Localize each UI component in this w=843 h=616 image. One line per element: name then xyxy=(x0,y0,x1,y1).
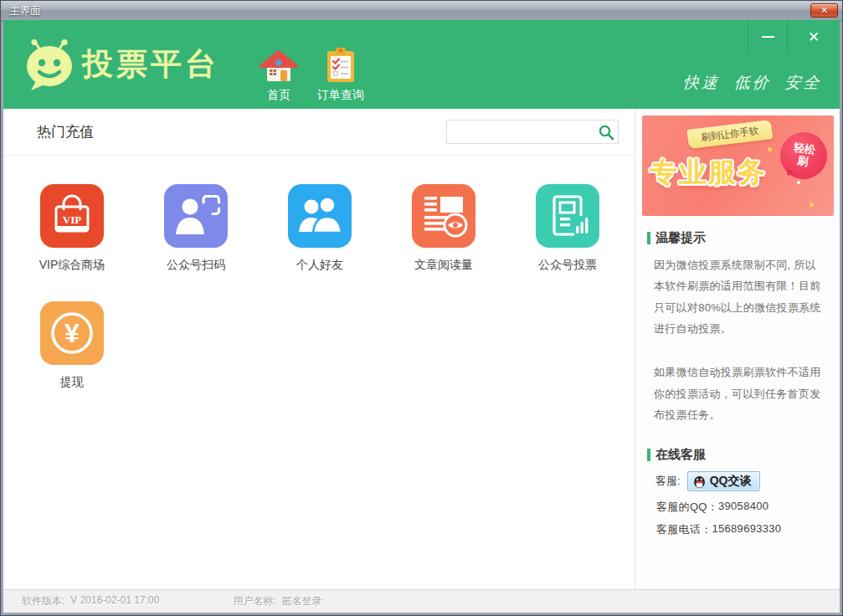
app-title: 投票平台 xyxy=(82,44,219,85)
tips-heading: 温馨提示 xyxy=(655,230,706,246)
confetti-dot xyxy=(797,181,800,184)
status-version: 软件版本: V 2016-02-01 17:00 xyxy=(22,594,159,608)
service-phone-label: 客服电话： xyxy=(656,522,712,537)
status-user: 用户名称: 匿名登录 xyxy=(233,594,321,608)
search-button[interactable] xyxy=(596,122,615,141)
service-phone-number: 15689693330 xyxy=(712,522,782,537)
app-body: 投票平台 首页 xyxy=(3,20,840,613)
user-label: 用户名称: xyxy=(233,594,275,608)
main-panel-header: 热门充值 xyxy=(3,109,635,156)
header-window-buttons: ✕ xyxy=(748,20,840,54)
minimize-button[interactable] xyxy=(748,20,787,54)
banner-badge: 轻松 刷 xyxy=(777,129,830,182)
sidebar: 刷到让你手软 专业服务 轻松 刷 温馨提示 因为微信投票系统限制不同, 所以本软… xyxy=(635,109,840,589)
search-input[interactable] xyxy=(447,121,618,143)
app-header: 投票平台 首页 xyxy=(3,20,840,109)
user-value: 匿名登录 xyxy=(282,594,322,608)
qq-penguin-icon xyxy=(692,475,707,489)
window-title: 主界面 xyxy=(9,4,41,18)
confetti-dot xyxy=(810,203,814,207)
tile-official-account-scan[interactable]: 公众号扫码 xyxy=(134,184,258,273)
withdraw-yen-icon: ¥ xyxy=(40,301,104,365)
nav-item-home[interactable]: 首页 xyxy=(248,49,310,109)
svg-text:VIP: VIP xyxy=(63,213,81,226)
agent-row: 客服: QQ交谈 xyxy=(655,471,834,491)
main-panel: 热门充值 xyxy=(3,109,635,589)
home-icon xyxy=(260,49,298,84)
service-heading-row: 在线客服 xyxy=(647,447,829,463)
tips-paragraph-2: 如果微信自动投票刷票软件不适用你的投票活动，可以到任务首页发布投票任务。 xyxy=(654,362,827,425)
nav-item-orders[interactable]: 订单查询 xyxy=(310,47,372,109)
tile-article-views[interactable]: 文章阅读量 xyxy=(382,184,506,273)
tile-vip-mall[interactable]: VIP VIP综合商场 xyxy=(10,184,134,273)
two-friends-icon xyxy=(288,184,352,248)
svg-text:¥: ¥ xyxy=(64,318,80,348)
close-button[interactable]: ✕ xyxy=(788,20,840,54)
banner-title: 专业服务 xyxy=(650,154,767,192)
content-area: 热门充值 xyxy=(3,109,840,589)
version-label: 软件版本: xyxy=(22,594,64,608)
tile-withdraw[interactable]: ¥ 提现 xyxy=(10,301,134,390)
section-title: 热门充值 xyxy=(37,122,94,141)
tile-label: 公众号投票 xyxy=(538,258,597,273)
promo-banner[interactable]: 刷到让你手软 专业服务 轻松 刷 xyxy=(642,116,834,216)
tile-grid: VIP VIP综合商场 xyxy=(3,156,635,418)
service-qq-number: 39058400 xyxy=(718,500,768,515)
confetti-dot xyxy=(768,147,772,151)
person-scan-code-icon xyxy=(164,184,228,248)
green-bar-mark xyxy=(647,449,650,461)
tips-heading-row: 温馨提示 xyxy=(647,230,829,246)
tile-label: 公众号扫码 xyxy=(167,258,225,273)
nav-orders-label: 订单查询 xyxy=(317,88,364,103)
tile-label: VIP综合商场 xyxy=(39,258,105,273)
version-value: V 2016-02-01 17:00 xyxy=(70,594,159,608)
tile-label: 个人好友 xyxy=(296,258,343,273)
service-phone-row: 客服电话： 15689693330 xyxy=(656,522,834,537)
window-frame: 主界面 ✕ 投票平台 xyxy=(0,0,843,616)
qq-chat-button[interactable]: QQ交谈 xyxy=(687,471,761,491)
vip-shopping-bag-icon: VIP xyxy=(40,184,104,248)
banner-badge-line2: 刷 xyxy=(796,155,809,169)
agent-label: 客服: xyxy=(655,474,681,489)
robot-chat-logo-icon xyxy=(25,38,74,90)
main-nav: 首页 订单查询 xyxy=(248,20,372,109)
os-titlebar: 主界面 ✕ xyxy=(1,1,842,21)
service-heading: 在线客服 xyxy=(655,447,706,463)
search-icon xyxy=(598,124,614,141)
tile-official-account-vote[interactable]: 公众号投票 xyxy=(506,184,630,273)
search-box xyxy=(446,120,619,144)
service-qq-row: 客服的QQ： 39058400 xyxy=(656,500,834,515)
tile-label: 文章阅读量 xyxy=(414,258,473,273)
vote-document-chart-icon xyxy=(536,184,599,248)
brand: 投票平台 xyxy=(25,38,219,90)
service-qq-label: 客服的QQ： xyxy=(656,500,718,515)
header-tagline: 快速 低价 安全 xyxy=(682,72,822,94)
nav-home-label: 首页 xyxy=(267,88,290,103)
qq-chat-button-label: QQ交谈 xyxy=(710,474,752,489)
banner-ribbon-text: 刷到让你手软 xyxy=(686,120,773,149)
order-clipboard-icon xyxy=(324,47,357,84)
statusbar: 软件版本: V 2016-02-01 17:00 用户名称: 匿名登录 xyxy=(3,589,840,613)
tile-label: 提现 xyxy=(60,375,84,390)
article-views-eye-icon xyxy=(412,184,475,248)
green-bar-mark xyxy=(647,232,650,244)
os-close-button[interactable]: ✕ xyxy=(810,3,838,18)
tile-personal-friends[interactable]: 个人好友 xyxy=(258,184,382,273)
tips-paragraph-1: 因为微信投票系统限制不同, 所以本软件刷票的适用范围有限！目前只可以对80%以上… xyxy=(654,254,827,339)
